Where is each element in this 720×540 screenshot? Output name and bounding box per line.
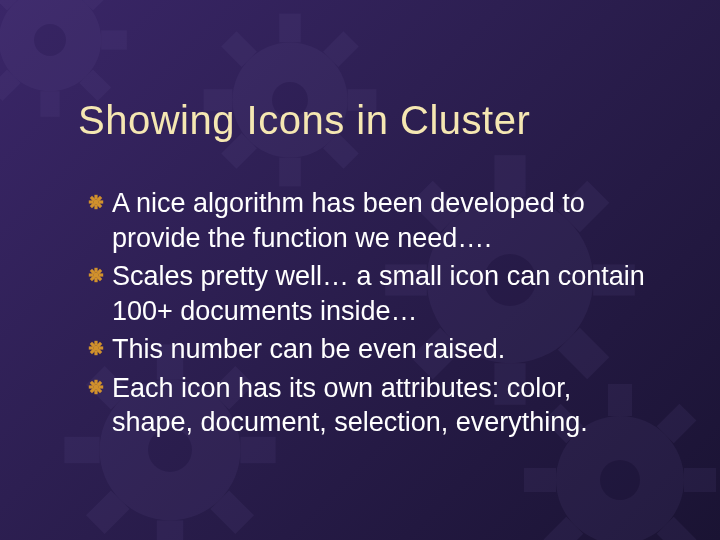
svg-point-58 [93, 199, 98, 204]
svg-rect-8 [221, 31, 257, 67]
svg-rect-1 [279, 14, 301, 43]
list-item: This number can be even raised. [88, 332, 650, 367]
svg-rect-24 [210, 490, 254, 534]
svg-rect-33 [101, 30, 127, 49]
bullet-text: Each icon has its own attributes: color,… [112, 371, 650, 440]
svg-rect-32 [79, 0, 111, 11]
svg-point-76 [93, 346, 98, 351]
bullet-text: This number can be even raised. [112, 332, 505, 367]
list-item: A nice algorithm has been developed to p… [88, 186, 650, 255]
list-item: Scales pretty well… a small icon can con… [88, 259, 650, 328]
svg-point-85 [93, 384, 98, 389]
svg-rect-25 [157, 520, 183, 540]
bullet-icon [88, 340, 104, 356]
svg-point-49 [600, 460, 640, 500]
slide: Showing Icons in Cluster [0, 0, 720, 540]
bullet-text: Scales pretty well… a small icon can con… [112, 259, 650, 328]
slide-content: A nice algorithm has been developed to p… [88, 186, 650, 444]
list-item: Each icon has its own attributes: color,… [88, 371, 650, 440]
svg-rect-5 [279, 158, 301, 187]
svg-point-39 [34, 24, 66, 56]
bullet-icon [88, 379, 104, 395]
svg-rect-34 [79, 69, 111, 101]
slide-title: Showing Icons in Cluster [78, 98, 660, 143]
svg-rect-35 [40, 91, 59, 117]
svg-rect-44 [657, 517, 697, 540]
svg-rect-36 [0, 69, 21, 101]
svg-rect-26 [86, 490, 130, 534]
svg-rect-2 [323, 31, 359, 67]
svg-rect-43 [684, 468, 716, 492]
svg-rect-46 [544, 517, 584, 540]
svg-rect-38 [0, 0, 21, 11]
svg-point-30 [0, 0, 101, 91]
svg-rect-42 [657, 404, 697, 444]
bullet-icon [88, 194, 104, 210]
bullet-icon [88, 267, 104, 283]
svg-rect-47 [524, 468, 556, 492]
svg-point-67 [93, 273, 98, 278]
bullet-text: A nice algorithm has been developed to p… [112, 186, 650, 255]
